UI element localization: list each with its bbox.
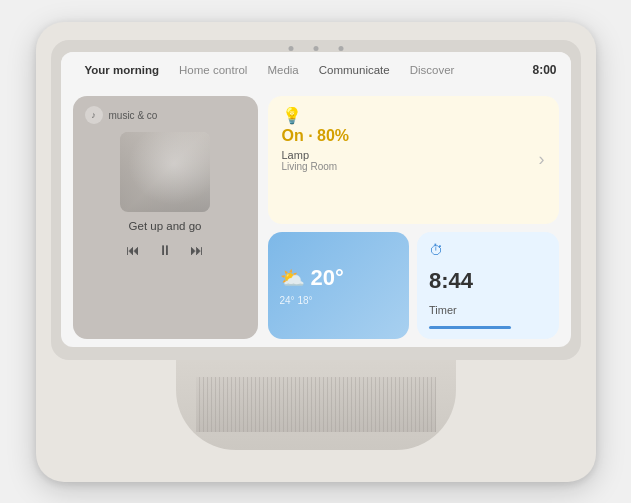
lamp-chevron-icon: › xyxy=(539,149,545,170)
speaker-grille xyxy=(196,377,436,432)
timer-header: ⏱ xyxy=(429,242,547,258)
lamp-status: On · 80% xyxy=(282,127,531,145)
weather-range: 24° 18° xyxy=(280,295,398,306)
weather-temperature: 20° xyxy=(311,265,344,291)
lamp-bulb-icon: 💡 xyxy=(282,106,531,125)
play-pause-button[interactable]: ⏸ xyxy=(158,242,172,258)
weather-icon: ⛅ xyxy=(280,266,305,290)
screen-bezel: Your morning Home control Media Communic… xyxy=(51,40,581,360)
nav-item-your-morning[interactable]: Your morning xyxy=(75,64,170,76)
music-service-icon: ♪ xyxy=(85,106,103,124)
timer-card[interactable]: ⏱ 8:44 Timer xyxy=(417,232,559,340)
camera-dot-left xyxy=(288,46,293,51)
bottom-cards: ⛅ 20° 24° 18° ⏱ 8:44 Timer xyxy=(268,232,559,340)
camera-dot-right xyxy=(338,46,343,51)
music-source: music & co xyxy=(109,110,158,121)
weather-card[interactable]: ⛅ 20° 24° 18° xyxy=(268,232,410,340)
weather-icon-row: ⛅ 20° xyxy=(280,265,398,291)
music-card[interactable]: ♪ music & co Get up and go ⏮ ⏸ ⏭ xyxy=(73,96,258,339)
lamp-content: 💡 On · 80% Lamp Living Room xyxy=(282,106,531,172)
main-content: ♪ music & co Get up and go ⏮ ⏸ ⏭ xyxy=(61,88,571,347)
playback-controls: ⏮ ⏸ ⏭ xyxy=(85,242,246,258)
google-home-hub: Your morning Home control Media Communic… xyxy=(36,22,596,482)
nav-item-media[interactable]: Media xyxy=(257,64,308,76)
timer-progress-bar xyxy=(429,326,511,329)
timer-clock-icon: ⏱ xyxy=(429,242,443,258)
speaker-base xyxy=(176,360,456,450)
device-screen: Your morning Home control Media Communic… xyxy=(61,52,571,347)
right-cards: 💡 On · 80% Lamp Living Room › ⛅ xyxy=(268,96,559,339)
prev-button[interactable]: ⏮ xyxy=(126,242,140,258)
timer-time: 8:44 xyxy=(429,268,547,294)
next-button[interactable]: ⏭ xyxy=(190,242,204,258)
song-title: Get up and go xyxy=(85,220,246,232)
nav-time: 8:00 xyxy=(532,63,556,77)
nav-bar: Your morning Home control Media Communic… xyxy=(61,52,571,88)
nav-item-home-control[interactable]: Home control xyxy=(169,64,257,76)
lamp-card[interactable]: 💡 On · 80% Lamp Living Room › xyxy=(268,96,559,224)
nav-item-communicate[interactable]: Communicate xyxy=(309,64,400,76)
camera-dots xyxy=(288,46,343,51)
camera-dot-center xyxy=(313,46,318,51)
nav-item-discover[interactable]: Discover xyxy=(400,64,465,76)
album-art xyxy=(120,132,210,212)
music-header: ♪ music & co xyxy=(85,106,246,124)
timer-label: Timer xyxy=(429,304,547,316)
lamp-room: Living Room xyxy=(282,161,531,172)
lamp-name: Lamp xyxy=(282,149,531,161)
